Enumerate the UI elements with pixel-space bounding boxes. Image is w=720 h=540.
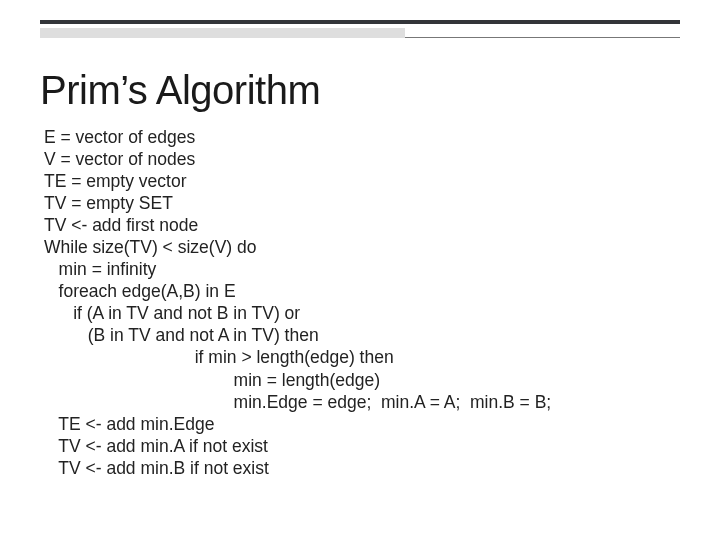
code-line: if min > length(edge) then <box>44 347 394 367</box>
code-line: TE <- add min.Edge <box>44 414 214 434</box>
code-line: TV <- add first node <box>44 215 198 235</box>
code-line: TV <- add min.B if not exist <box>44 458 269 478</box>
slide-title: Prim’s Algorithm <box>40 68 320 113</box>
header-accent-shade <box>40 28 405 38</box>
code-line: V = vector of nodes <box>44 149 195 169</box>
code-line: While size(TV) < size(V) do <box>44 237 256 257</box>
code-line: foreach edge(A,B) in E <box>44 281 236 301</box>
pseudocode-block: E = vector of edges V = vector of nodes … <box>44 126 680 479</box>
code-line: min = length(edge) <box>44 370 380 390</box>
code-line: min = infinity <box>44 259 156 279</box>
code-line: TE = empty vector <box>44 171 186 191</box>
code-line: (B in TV and not A in TV) then <box>44 325 319 345</box>
code-line: E = vector of edges <box>44 127 195 147</box>
code-line: min.Edge = edge; min.A = A; min.B = B; <box>44 392 551 412</box>
code-line: if (A in TV and not B in TV) or <box>44 303 300 323</box>
code-line: TV <- add min.A if not exist <box>44 436 268 456</box>
code-line: TV = empty SET <box>44 193 173 213</box>
header-accent <box>40 20 680 38</box>
slide: Prim’s Algorithm E = vector of edges V =… <box>0 0 720 540</box>
